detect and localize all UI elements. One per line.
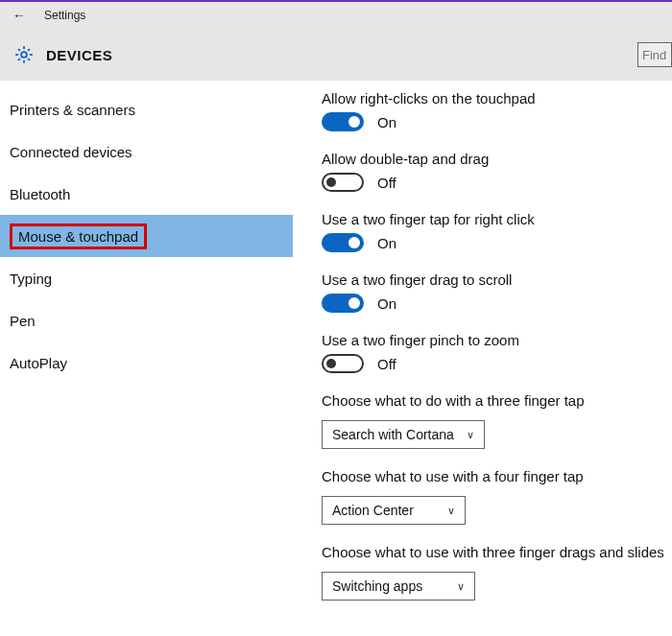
setting-label: Allow double-tap and drag: [322, 151, 672, 167]
sidebar-item-label: Mouse & touchpad: [10, 224, 147, 249]
sidebar: Printers & scanners Connected devices Bl…: [0, 81, 293, 636]
dropdown-three-finger-tap[interactable]: Search with Cortana ∨: [322, 420, 485, 449]
setting-three-finger-tap: Choose what to do with a three finger ta…: [322, 392, 672, 449]
setting-three-finger-drag: Choose what to use with three finger dra…: [322, 544, 672, 601]
gear-icon: [13, 44, 35, 65]
sidebar-item-autoplay[interactable]: AutoPlay: [0, 342, 293, 384]
toggle-state: Off: [377, 356, 396, 372]
sidebar-item-connected-devices[interactable]: Connected devices: [0, 130, 293, 173]
search-input[interactable]: [637, 42, 672, 67]
window-title: Settings: [38, 9, 85, 22]
sidebar-item-mouse-touchpad[interactable]: Mouse & touchpad: [0, 215, 293, 257]
toggle-double-tap[interactable]: [322, 173, 364, 192]
setting-double-tap: Allow double-tap and drag Off: [322, 151, 672, 192]
back-button[interactable]: ←: [0, 8, 38, 23]
chevron-down-icon: ∨: [457, 580, 465, 593]
sidebar-item-label: Bluetooth: [10, 186, 70, 202]
dropdown-value: Search with Cortana: [332, 427, 454, 442]
toggle-state: On: [377, 295, 396, 312]
toggle-state: On: [377, 114, 396, 130]
titlebar: ← Settings: [0, 0, 672, 29]
sidebar-item-label: Typing: [10, 271, 52, 287]
sidebar-item-bluetooth[interactable]: Bluetooth: [0, 173, 293, 215]
dropdown-four-finger-tap[interactable]: Action Center ∨: [322, 496, 466, 525]
sidebar-item-label: Pen: [10, 313, 36, 329]
content: Allow right-clicks on the touchpad On Al…: [293, 81, 672, 636]
setting-two-finger-drag: Use a two finger drag to scroll On: [322, 271, 672, 313]
sidebar-item-label: AutoPlay: [10, 355, 67, 371]
dropdown-value: Switching apps: [332, 578, 422, 594]
dropdown-three-finger-drag[interactable]: Switching apps ∨: [322, 572, 475, 601]
toggle-two-finger-drag[interactable]: [322, 294, 364, 313]
toggle-two-finger-tap[interactable]: [322, 233, 364, 252]
setting-right-click: Allow right-clicks on the touchpad On: [322, 90, 672, 131]
setting-two-finger-pinch: Use a two finger pinch to zoom Off: [322, 332, 672, 373]
toggle-state: Off: [377, 175, 396, 191]
toggle-state: On: [377, 235, 396, 251]
setting-label: Choose what to do with a three finger ta…: [322, 392, 672, 409]
sidebar-item-printers[interactable]: Printers & scanners: [0, 88, 293, 130]
setting-label: Choose what to use with a four finger ta…: [322, 468, 672, 484]
setting-label: Use a two finger tap for right click: [322, 211, 672, 227]
setting-label: Choose what to use with three finger dra…: [322, 544, 672, 560]
sidebar-item-label: Connected devices: [10, 144, 132, 160]
setting-two-finger-tap: Use a two finger tap for right click On: [322, 211, 672, 252]
chevron-down-icon: ∨: [447, 505, 455, 517]
setting-label: Use a two finger drag to scroll: [322, 271, 672, 288]
setting-label: Allow right-clicks on the touchpad: [322, 90, 672, 106]
sidebar-item-pen[interactable]: Pen: [0, 299, 293, 342]
sidebar-item-label: Printers & scanners: [10, 102, 135, 118]
header: DEVICES: [0, 29, 672, 81]
setting-label: Use a two finger pinch to zoom: [322, 332, 672, 348]
setting-four-finger-tap: Choose what to use with a four finger ta…: [322, 468, 672, 525]
chevron-down-icon: ∨: [467, 429, 474, 441]
toggle-two-finger-pinch[interactable]: [322, 354, 364, 373]
dropdown-value: Action Center: [332, 503, 414, 518]
svg-point-0: [21, 52, 27, 58]
toggle-right-click[interactable]: [322, 112, 364, 131]
sidebar-item-typing[interactable]: Typing: [0, 257, 293, 299]
page-title: DEVICES: [46, 47, 112, 63]
